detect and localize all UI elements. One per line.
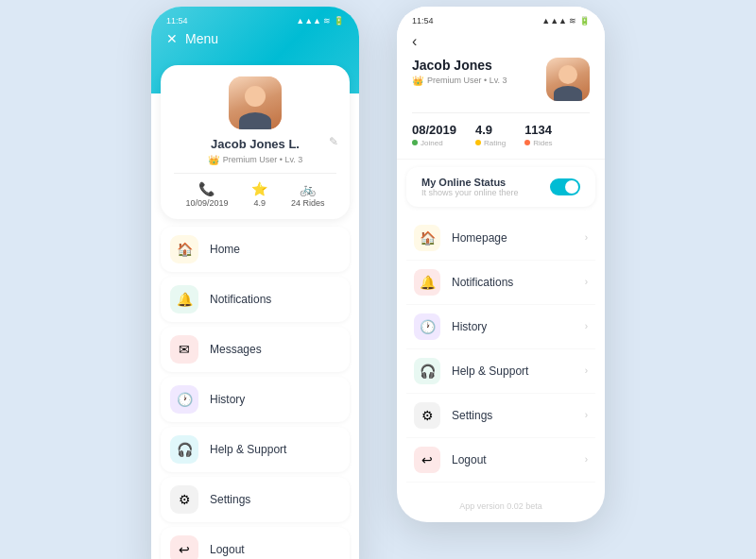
v2-header: 11:54 ▲▲▲ ≋ 🔋 ‹ Jacob Jones 👑 Premium Us… (397, 7, 605, 160)
v2-menu-label: History (452, 320, 487, 333)
v2-menu-icon: ⚙ (414, 402, 440, 429)
rating-dot (475, 140, 481, 145)
v2-badge-row: 👑 Premium User • Lv. 3 (412, 76, 507, 86)
v2-back-button[interactable]: ‹ (412, 33, 590, 50)
v2-menu-item-homepage[interactable]: 🏠 Homepage › (406, 216, 595, 261)
chevron-icon: › (585, 365, 588, 376)
v1-menu-title: Menu (185, 31, 218, 46)
v1-menu-row: ✕ Menu (166, 31, 344, 46)
menu-item-label: Logout (210, 543, 245, 556)
menu-item-icon: 🕐 (170, 385, 198, 414)
crown-icon: 👑 (208, 155, 219, 165)
v1-rating-val: 4.9 (253, 198, 266, 208)
v1-menu-list: 🏠 Home 🔔 Notifications ✉ Messages 🕐 Hist… (151, 219, 359, 560)
menu-item-icon: ↩ (170, 535, 198, 560)
v2-time: 11:54 (412, 16, 434, 25)
rides-dot (524, 140, 530, 145)
v2-online-subtitle: It shows your online there (421, 188, 519, 197)
v2-menu-label: Help & Support (452, 364, 528, 378)
v1-badge-text: Premium User • Lv. 3 (223, 155, 303, 164)
v2-menu-icon: 🕐 (414, 313, 440, 340)
v2-status-bar: 11:54 ▲▲▲ ≋ 🔋 (412, 16, 590, 25)
menu-item-icon: ✉ (170, 335, 198, 364)
chevron-icon: › (585, 321, 588, 331)
chevron-icon: › (585, 454, 588, 465)
v2-stats-row: 08/2019 Joined 4.9 Rating (412, 112, 590, 147)
v1-menu-item-logout[interactable]: ↩ Logout (161, 527, 350, 560)
v2-menu-icon: 🏠 (414, 225, 440, 251)
v1-stat-rides: 🚲 24 Rides (291, 181, 325, 208)
menu-item-label: Help & Support (210, 443, 286, 456)
v2-menu-item-help-&-support[interactable]: 🎧 Help & Support › (406, 349, 595, 394)
v2-menu-item-settings[interactable]: ⚙ Settings › (406, 394, 595, 438)
v1-avatar (229, 76, 282, 129)
v2-badge-label: Premium User • Lv. 3 (427, 76, 507, 85)
v2-rating-num: 4.9 (475, 123, 506, 137)
v2-rides-num: 1134 (524, 123, 552, 137)
page-container: APP MENU v1 11:54 ▲▲▲ ≋ 🔋 ✕ Menu ✎ (132, 0, 624, 559)
v2-profile-row: Jacob Jones 👑 Premium User • Lv. 3 (412, 58, 590, 101)
v2-crown-icon: 👑 (412, 76, 423, 86)
v1-avatar-image (229, 76, 282, 129)
v2-online-status: My Online Status It shows your online th… (406, 167, 595, 207)
v2-online-text: My Online Status It shows your online th… (421, 177, 519, 197)
v2-online-toggle[interactable] (550, 178, 580, 195)
v2-stat-joined: 08/2019 Joined (412, 123, 456, 147)
v2-joined-label: Joined (421, 139, 443, 147)
menu-item-label: History (210, 393, 245, 406)
v1-rides-val: 24 Rides (291, 198, 325, 208)
v2-menu-icon: ↩ (414, 447, 440, 473)
phone-v2: 11:54 ▲▲▲ ≋ 🔋 ‹ Jacob Jones 👑 Premium Us… (397, 7, 605, 522)
v1-time: 11:54 (166, 16, 188, 25)
menu-item-icon: 🎧 (170, 435, 198, 464)
phone-v1-wrapper: APP MENU v1 11:54 ▲▲▲ ≋ 🔋 ✕ Menu ✎ (151, 0, 359, 559)
v2-menu-label: Homepage (452, 231, 507, 245)
phone-v1: 11:54 ▲▲▲ ≋ 🔋 ✕ Menu ✎ Jacob Jones L. (151, 7, 359, 560)
close-icon[interactable]: ✕ (166, 31, 178, 46)
v1-stat-joined: 📞 10/09/2019 (185, 181, 228, 208)
v1-menu-item-history[interactable]: 🕐 History (161, 377, 350, 422)
v1-menu-item-settings[interactable]: ⚙ Settings (161, 477, 350, 522)
edit-icon[interactable]: ✎ (329, 135, 338, 148)
v1-menu-item-home[interactable]: 🏠 Home (161, 227, 350, 272)
v1-icons: ▲▲▲ ≋ 🔋 (296, 16, 344, 25)
v2-menu-item-logout[interactable]: ↩ Logout › (406, 438, 595, 483)
v2-stat-rides: 1134 Rides (524, 123, 552, 147)
menu-item-icon: 🔔 (170, 285, 198, 313)
v1-status-bar: 11:54 ▲▲▲ ≋ 🔋 (166, 16, 344, 25)
v2-online-title: My Online Status (421, 177, 519, 188)
v2-joined-num: 08/2019 (412, 123, 456, 137)
menu-item-icon: 🏠 (170, 235, 198, 263)
v1-menu-item-notifications[interactable]: 🔔 Notifications (161, 277, 350, 322)
v2-rides-label: Rides (533, 139, 552, 147)
joined-dot (412, 140, 418, 145)
v1-profile-card: ✎ Jacob Jones L. 👑 Premium User • Lv. 3 … (161, 65, 350, 219)
v2-menu-list: 🏠 Homepage › 🔔 Notifications › 🕐 History… (397, 212, 605, 492)
v1-stat-rating: ⭐ 4.9 (251, 181, 267, 208)
v2-stat-rating: 4.9 Rating (475, 123, 506, 147)
v2-icons: ▲▲▲ ≋ 🔋 (541, 16, 590, 25)
v2-menu-item-notifications[interactable]: 🔔 Notifications › (406, 261, 595, 305)
menu-item-label: Notifications (210, 293, 271, 306)
menu-item-label: Settings (210, 493, 250, 506)
star-icon: ⭐ (251, 181, 267, 196)
menu-item-label: Messages (210, 343, 262, 356)
chevron-icon: › (585, 410, 588, 420)
v1-menu-item-messages[interactable]: ✉ Messages (161, 327, 350, 372)
v2-app-version: App version 0.02 beta (397, 492, 605, 522)
menu-item-label: Home (210, 243, 240, 256)
v2-menu-label: Settings (452, 409, 492, 422)
v2-avatar (546, 58, 590, 101)
phone-icon: 📞 (198, 181, 215, 196)
v1-profile-name: Jacob Jones L. (174, 137, 336, 151)
v2-menu-item-history[interactable]: 🕐 History › (406, 305, 595, 349)
v2-menu-label: Logout (452, 453, 487, 466)
v2-profile-name: Jacob Jones (412, 58, 507, 73)
v2-rating-label: Rating (484, 139, 506, 147)
v1-menu-item-help-&-support[interactable]: 🎧 Help & Support (161, 427, 350, 472)
v2-menu-label: Notifications (452, 276, 513, 289)
v1-joined-val: 10/09/2019 (185, 198, 228, 208)
phone-v2-wrapper: APP MENU v2 11:54 ▲▲▲ ≋ 🔋 ‹ Jacob Jones … (397, 0, 605, 522)
menu-item-icon: ⚙ (170, 485, 198, 514)
bike-icon: 🚲 (300, 181, 316, 196)
